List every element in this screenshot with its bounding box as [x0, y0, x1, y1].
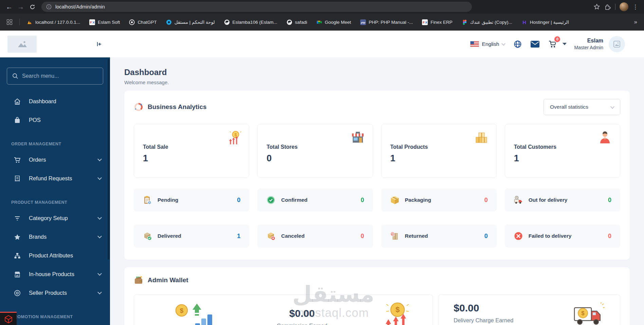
sidebar-item-label: Brands [29, 234, 47, 240]
browser-menu-icon[interactable]: ⋮ [632, 3, 639, 11]
delivery-charge-earned-box: $0.00 Delivery Charge Earned $ [438, 294, 620, 325]
parcels-icon [474, 130, 489, 145]
delivery-charge-earned-label: Delivery Charge Earned [454, 317, 513, 324]
bookmark-safadi[interactable]: safadi [287, 19, 307, 25]
bookmarks-overflow-chevron[interactable]: » [634, 19, 637, 25]
collapse-arrow-icon [96, 41, 103, 48]
user-menu[interactable]: Eslam Master Admin [574, 37, 603, 51]
packaging-icon [390, 195, 400, 205]
messages-button[interactable] [531, 41, 539, 48]
order-stat-delivered[interactable]: Delivered 1 [134, 224, 249, 248]
chevron-down-icon [97, 176, 102, 180]
store-icon [14, 271, 21, 278]
bookmark-eslam-soft[interactable]: FX Eslam Soft [89, 19, 120, 25]
site-info-icon[interactable] [46, 4, 52, 10]
sidebar-nav: Dashboard POS ORDER MANAGEMENT Orders Re… [0, 57, 110, 325]
bookmark-localhost[interactable]: localhost / 127.0.0.1... [27, 19, 80, 25]
finex-icon: FX [89, 19, 95, 25]
order-stat-confirmed[interactable]: Confirmed 0 [257, 188, 373, 212]
toolbar-divider [615, 4, 615, 10]
sidebar-item-brands[interactable]: Brands [0, 228, 110, 246]
sidebar-item-refund-requests[interactable]: Refund Requests [0, 169, 110, 188]
browser-profile-avatar[interactable] [620, 2, 628, 11]
pos-cart-button[interactable]: 0 [548, 40, 557, 48]
image-placeholder-icon [613, 40, 621, 48]
bookmark-finex-erp[interactable]: FX Finex ERP [422, 19, 453, 25]
toolbar-right: ⋮ [593, 2, 641, 11]
business-analytics-card: Business Analytics Overall statistics To… [124, 91, 630, 260]
avatar[interactable] [609, 36, 625, 52]
sidebar-header [0, 31, 110, 57]
bookmark-php-manual[interactable]: php PHP: PHP Manual -... [360, 19, 413, 25]
laravel-icon [4, 314, 13, 323]
sidebar-item-seller-products[interactable]: Seller Products [0, 284, 110, 302]
bookmark-chatgpt[interactable]: ChatGPT [129, 19, 157, 25]
us-flag-icon [470, 41, 479, 47]
page-subtitle: Welcome message. [124, 79, 630, 85]
sitemap-icon [14, 252, 21, 259]
svg-text:H: H [522, 19, 526, 25]
order-stat-failed-to-delivery[interactable]: Failed to delivery 0 [505, 224, 620, 248]
sidebar-item-pos[interactable]: POS [0, 111, 110, 129]
apps-grid-icon[interactable] [7, 19, 12, 25]
sidebar-item-dashboard[interactable]: Dashboard [0, 92, 110, 111]
refresh-glyph [30, 4, 35, 10]
sale-coin-icon: $ [226, 130, 241, 145]
analytics-chart-icon [134, 102, 143, 112]
bookmark-google-meet[interactable]: Google Meet [316, 19, 351, 25]
order-stat-returned[interactable]: Returned 0 [381, 224, 497, 248]
chevron-down-icon [610, 105, 614, 108]
truck-coin-illustration: $ [572, 302, 605, 325]
xampp-icon [27, 19, 33, 25]
delivery-truck-icon [514, 195, 523, 205]
bookmark-mostaql[interactable]: لوحة التحكم | مستقل [166, 19, 215, 25]
app-logo[interactable] [7, 36, 37, 53]
back-icon[interactable]: ← [3, 1, 15, 13]
bookmark-eslamba106[interactable]: Eslamba106 (Eslam... [224, 19, 277, 25]
statistics-filter-select[interactable]: Overall statistics [544, 99, 620, 115]
bookmark-hostinger[interactable]: H Hostinger | الرئيسية [521, 19, 569, 25]
sidebar-collapse-button[interactable] [96, 41, 103, 48]
admin-wallet-header: Admin Wallet [134, 275, 620, 285]
sidebar-item-category-setup[interactable]: Category Setup [0, 209, 110, 228]
sidebar-search[interactable] [7, 68, 103, 85]
sidebar-item-label: POS [29, 117, 41, 123]
storefront-icon [350, 130, 365, 145]
bookmark-star-icon[interactable] [593, 3, 600, 10]
svg-text:F: F [90, 20, 92, 24]
stat-card-grid: Total Sale 1 $ Total Stores 0 Total Prod… [134, 124, 620, 178]
search-input[interactable] [22, 73, 98, 79]
finex-icon: FX [422, 19, 428, 25]
sidebar: Dashboard POS ORDER MANAGEMENT Orders Re… [0, 31, 110, 325]
forward-icon[interactable]: → [15, 1, 26, 13]
address-bar[interactable]: localhost/Admin/admin [41, 2, 472, 12]
bookmarks-bar: localhost / 127.0.0.1... FX Eslam Soft C… [0, 14, 644, 31]
order-stat-pending[interactable]: Pending 0 [134, 188, 249, 212]
sidebar-item-label: Dashboard [29, 98, 56, 105]
sidebar-item-in-house-products[interactable]: In-house Products [0, 265, 110, 284]
order-stat-out-for-delivery[interactable]: Out for delivery 0 [505, 188, 620, 212]
svg-text:$: $ [395, 305, 400, 314]
site-visit-button[interactable] [514, 40, 522, 48]
extensions-icon[interactable] [604, 3, 611, 10]
header-caret-icon[interactable] [563, 43, 567, 45]
sidebar-section-order-management: ORDER MANAGEMENT [0, 142, 110, 146]
sidebar-scrollbar[interactable] [108, 59, 110, 259]
business-analytics-title-wrap: Business Analytics [134, 102, 207, 112]
sidebar-item-orders[interactable]: Orders [0, 150, 110, 169]
refresh-icon[interactable] [26, 1, 38, 13]
sidebar-item-label: Category Setup [29, 215, 68, 221]
order-stat-packaging[interactable]: Packaging 0 [381, 188, 497, 212]
wallet-row: $ $0.00 Commission Earned $ $0.00 Delive… [134, 294, 620, 325]
content-column: English 0 Eslam Master Admin [110, 31, 644, 325]
customer-icon [597, 130, 612, 145]
statistics-filter-value: Overall statistics [550, 104, 588, 110]
sidebar-item-product-attributes[interactable]: Product Attributes [0, 246, 110, 265]
bookmark-figma-app[interactable]: تطبيق عندك (Copy)... [462, 19, 512, 25]
language-selector[interactable]: English [470, 41, 505, 47]
svg-text:$: $ [180, 307, 184, 314]
laravel-debugbar-toggle[interactable] [0, 312, 17, 325]
delivered-icon [143, 231, 152, 241]
order-stat-canceled[interactable]: Canceled 0 [257, 224, 373, 248]
admin-wallet-card: Admin Wallet $ $0.00 Commission Earned $ [124, 267, 630, 325]
